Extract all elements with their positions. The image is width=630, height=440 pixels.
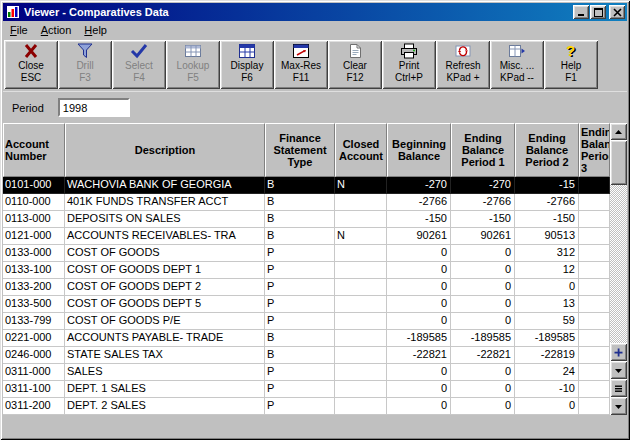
account-number-cell[interactable]: 0311-000: [3, 364, 65, 381]
ending-balance-period-3-cell[interactable]: [579, 398, 610, 415]
ending-balance-period-1-cell[interactable]: -2766: [451, 194, 515, 211]
toolbar-button-max-res[interactable]: Max-ResF11: [274, 40, 328, 89]
closed-account-cell[interactable]: [335, 296, 387, 313]
ending-balance-period-1-cell[interactable]: -189585: [451, 330, 515, 347]
ending-balance-period-2-cell[interactable]: 90513: [515, 228, 579, 245]
ending-balance-period-3-cell[interactable]: [579, 381, 610, 398]
toolbar-button-help[interactable]: ??HelpF1: [544, 40, 598, 89]
table-row[interactable]: 0311-200DEPT. 2 SALESP000: [3, 398, 610, 415]
ending-balance-period-1-cell[interactable]: 0: [451, 398, 515, 415]
close-button[interactable]: [609, 5, 625, 19]
table-row[interactable]: 0133-100COST OF GOODS DEPT 1P0012: [3, 262, 610, 279]
ending-balance-period-1-cell[interactable]: 0: [451, 313, 515, 330]
toolbar-button-select[interactable]: SelectF4: [112, 40, 166, 89]
finance-statement-type-cell[interactable]: P: [265, 296, 335, 313]
account-number-cell[interactable]: 0113-000: [3, 211, 65, 228]
account-number-cell[interactable]: 0133-500: [3, 296, 65, 313]
table-row[interactable]: 0133-799COST OF GOODS P/EP0059: [3, 313, 610, 330]
ending-balance-period-2-cell[interactable]: 59: [515, 313, 579, 330]
ending-balance-period-2-cell[interactable]: 24: [515, 364, 579, 381]
ending-balance-period-3-cell[interactable]: [579, 347, 610, 364]
beginning-balance-cell[interactable]: 0: [387, 262, 451, 279]
toolbar-button-close[interactable]: CloseESC: [4, 40, 58, 89]
table-row[interactable]: 0133-200COST OF GOODS DEPT 2P000: [3, 279, 610, 296]
scroll-up-button[interactable]: [610, 123, 627, 140]
beginning-balance-cell[interactable]: 0: [387, 313, 451, 330]
scrollbar-thumb[interactable]: [610, 140, 627, 185]
menu-item-file[interactable]: File: [4, 22, 35, 38]
ending-balance-period-2-cell[interactable]: 0: [515, 279, 579, 296]
beginning-balance-cell[interactable]: -22821: [387, 347, 451, 364]
description-cell[interactable]: DEPT. 1 SALES: [65, 381, 265, 398]
beginning-balance-cell[interactable]: -150: [387, 211, 451, 228]
beginning-balance-cell[interactable]: 0: [387, 381, 451, 398]
ending-balance-period-3-cell[interactable]: [579, 330, 610, 347]
account-number-cell[interactable]: 0110-000: [3, 194, 65, 211]
finance-statement-type-cell[interactable]: B: [265, 330, 335, 347]
description-cell[interactable]: DEPOSITS ON SALES: [65, 211, 265, 228]
description-cell[interactable]: DEPT. 2 SALES: [65, 398, 265, 415]
finance-statement-type-cell[interactable]: B: [265, 347, 335, 364]
closed-account-cell[interactable]: [335, 347, 387, 364]
table-row[interactable]: 0101-000WACHOVIA BANK OF GEORGIABN-270-2…: [3, 177, 610, 194]
closed-account-cell[interactable]: [335, 279, 387, 296]
toolbar-button-drill[interactable]: DrillF3: [58, 40, 112, 89]
ending-balance-period-3-cell[interactable]: [579, 279, 610, 296]
ending-balance-period-2-cell[interactable]: -189585: [515, 330, 579, 347]
ending-balance-period-3-cell[interactable]: [579, 364, 610, 381]
closed-account-cell[interactable]: N: [335, 228, 387, 245]
toolbar-button-clear[interactable]: ClearF12: [328, 40, 382, 89]
table-row[interactable]: 0133-500COST OF GOODS DEPT 5P0013: [3, 296, 610, 313]
ending-balance-period-3-cell[interactable]: [579, 313, 610, 330]
toolbar-button-display[interactable]: DisplayF6: [220, 40, 274, 89]
description-cell[interactable]: COST OF GOODS DEPT 5: [65, 296, 265, 313]
toolbar-button-misc[interactable]: Misc. ...KPad --: [490, 40, 544, 89]
toolbar-button-print[interactable]: PrintCtrl+P: [382, 40, 436, 89]
account-number-cell[interactable]: 0311-100: [3, 381, 65, 398]
table-row[interactable]: 0221-000ACCOUNTS PAYABLE- TRADEB-189585-…: [3, 330, 610, 347]
ending-balance-period-3-cell[interactable]: [579, 211, 610, 228]
closed-account-cell[interactable]: [335, 194, 387, 211]
ending-balance-period-3-cell[interactable]: [579, 296, 610, 313]
account-number-cell[interactable]: 0101-000: [3, 177, 65, 194]
period-input[interactable]: [58, 98, 130, 117]
description-cell[interactable]: COST OF GOODS DEPT 1: [65, 262, 265, 279]
finance-statement-type-cell[interactable]: B: [265, 211, 335, 228]
table-row[interactable]: 0311-000SALESP0024: [3, 364, 610, 381]
ending-balance-period-2-cell[interactable]: -10: [515, 381, 579, 398]
closed-account-cell[interactable]: [335, 262, 387, 279]
account-number-cell[interactable]: 0133-100: [3, 262, 65, 279]
closed-account-cell[interactable]: [335, 398, 387, 415]
account-number-cell[interactable]: 0133-799: [3, 313, 65, 330]
table-row[interactable]: 0121-000ACCOUNTS RECEIVABLES- TRABN90261…: [3, 228, 610, 245]
table-row[interactable]: 0311-100DEPT. 1 SALESP00-10: [3, 381, 610, 398]
description-cell[interactable]: COST OF GOODS DEPT 2: [65, 279, 265, 296]
scroll-end-button[interactable]: [610, 397, 627, 415]
description-cell[interactable]: 401K FUNDS TRANSFER ACCT: [65, 194, 265, 211]
toolbar-button-lookup[interactable]: LookupF5: [166, 40, 220, 89]
ending-balance-period-1-cell[interactable]: 0: [451, 364, 515, 381]
beginning-balance-cell[interactable]: 90261: [387, 228, 451, 245]
menu-item-action[interactable]: Action: [35, 22, 79, 38]
description-cell[interactable]: STATE SALES TAX: [65, 347, 265, 364]
table-row[interactable]: 0133-000COST OF GOODSP00312: [3, 245, 610, 262]
beginning-balance-cell[interactable]: 0: [387, 364, 451, 381]
ending-balance-period-2-cell[interactable]: -22819: [515, 347, 579, 364]
beginning-balance-cell[interactable]: -189585: [387, 330, 451, 347]
ending-balance-period-1-cell[interactable]: 0: [451, 245, 515, 262]
closed-account-cell[interactable]: [335, 364, 387, 381]
finance-statement-type-cell[interactable]: P: [265, 381, 335, 398]
scrollbar-track[interactable]: [610, 140, 627, 343]
scroll-down-button[interactable]: [610, 361, 627, 379]
closed-account-cell[interactable]: [335, 313, 387, 330]
title-bar[interactable]: Viewer - Comparatives Data: [3, 3, 627, 21]
description-cell[interactable]: ACCOUNTS RECEIVABLES- TRA: [65, 228, 265, 245]
account-number-cell[interactable]: 0133-000: [3, 245, 65, 262]
ending-balance-period-2-cell[interactable]: 312: [515, 245, 579, 262]
finance-statement-type-cell[interactable]: P: [265, 262, 335, 279]
ending-balance-period-2-cell[interactable]: 12: [515, 262, 579, 279]
ending-balance-period-1-cell[interactable]: -150: [451, 211, 515, 228]
finance-statement-type-cell[interactable]: P: [265, 279, 335, 296]
description-cell[interactable]: SALES: [65, 364, 265, 381]
ending-balance-period-3-cell[interactable]: [579, 262, 610, 279]
